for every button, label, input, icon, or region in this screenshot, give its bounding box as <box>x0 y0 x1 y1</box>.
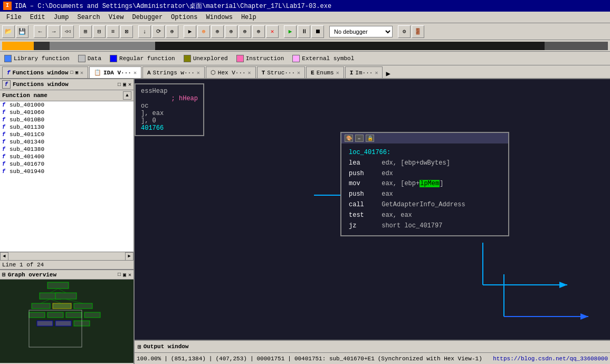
svg-marker-25 <box>559 282 567 288</box>
tab-enums-close[interactable]: ✕ <box>336 70 339 76</box>
tb-back[interactable]: ← <box>34 25 46 38</box>
tb-btn13[interactable]: ⊕ <box>252 25 265 38</box>
tb-btn5[interactable]: ↓ <box>138 25 151 38</box>
tb-btn4[interactable]: ⊠ <box>120 25 133 38</box>
tb-open[interactable]: 📂 <box>2 25 15 38</box>
func-scroll-up[interactable]: ▲ <box>123 91 131 100</box>
asm-mnem-0: lea <box>349 158 378 169</box>
menu-debugger[interactable]: Debugger <box>128 13 167 22</box>
tab-functions-ctrl1[interactable]: □ <box>70 70 73 75</box>
tab-strings[interactable]: A Strings w··· ✕ <box>142 66 205 78</box>
func-scroll-left[interactable]: ◄ <box>0 252 8 261</box>
tab-struc[interactable]: T Struc··· ✕ <box>257 66 305 78</box>
func-row-1[interactable]: f sub_401060 <box>0 109 134 116</box>
tab-struc-close[interactable]: ✕ <box>297 70 300 76</box>
tab-more[interactable]: ▶ <box>386 69 390 78</box>
tb-btn1[interactable]: ⊞ <box>79 25 92 38</box>
menu-view[interactable]: View <box>104 13 128 22</box>
tb-fwd[interactable]: → <box>47 25 60 38</box>
tb-play[interactable]: ▶ <box>284 25 297 38</box>
menu-edit[interactable]: Edit <box>26 13 50 22</box>
debugger-dropdown[interactable]: No debugger <box>329 26 393 37</box>
status-address: 00401751: sub_401670+E1 <box>294 356 375 362</box>
tb-btn6[interactable]: ⟳ <box>152 25 165 38</box>
tb-btn3[interactable]: ≡ <box>107 25 119 38</box>
func-row-9[interactable]: f sub_401940 <box>0 168 134 175</box>
tb-btn11[interactable]: ⊕ <box>225 25 237 38</box>
asm-loc-label: loc_401766: <box>349 149 390 156</box>
asm-line-2: mov eax, [ebp+lpMem] <box>349 179 501 189</box>
tb-btn10[interactable]: ⊕ <box>211 25 224 38</box>
tb-btn7[interactable]: ⊕ <box>166 25 178 38</box>
func-badge-1: f <box>2 110 7 116</box>
tab-hex[interactable]: ⬡ Hex V··· ✕ <box>206 66 256 78</box>
graph-overview-btn2[interactable]: ▣ <box>123 272 126 278</box>
tab-functions[interactable]: f Functions window □ ▣ ✕ <box>2 66 88 78</box>
tab-enums[interactable]: E Enums ✕ <box>306 66 344 78</box>
func-col-label: Function name <box>2 92 47 99</box>
func-badge-2: f <box>2 117 7 123</box>
asm-mnem-6: jz <box>349 221 378 232</box>
asm-ops-3: eax <box>382 190 393 198</box>
menu-file[interactable]: File <box>2 13 26 22</box>
tb-settings[interactable]: ⚙ <box>398 25 411 38</box>
menu-help[interactable]: Help <box>237 13 261 22</box>
graph-overview-close[interactable]: ✕ <box>128 272 131 278</box>
menu-jump[interactable]: Jump <box>50 13 73 22</box>
func-name-9: sub_401940 <box>9 168 44 175</box>
tb-stop[interactable]: ⏹ <box>311 25 324 38</box>
func-row-6[interactable]: f sub_401380 <box>0 146 134 153</box>
tab-im-close[interactable]: ✕ <box>375 70 378 76</box>
func-row-7[interactable]: f sub_401400 <box>0 153 134 160</box>
function-list[interactable]: f sub_401000 f sub_401060 f sub_4010B0 f… <box>0 101 134 252</box>
tab-ida-close[interactable]: ✕ <box>134 70 137 76</box>
func-name-3: sub_401130 <box>9 124 44 130</box>
floating-block-header: 🎨 ✏ 🔒 <box>341 133 508 143</box>
tab-functions-close[interactable]: ✕ <box>80 70 83 76</box>
func-scroll-right[interactable]: ► <box>125 252 134 261</box>
tb-btn12[interactable]: ⊕ <box>239 25 251 38</box>
tab-im[interactable]: I Im··· ✕ <box>345 66 383 78</box>
func-row-3[interactable]: f sub_401130 <box>0 123 134 131</box>
asm-line-1: push edx <box>349 169 501 179</box>
block-btn-color[interactable]: 🎨 <box>345 135 353 142</box>
tab-strings-close[interactable]: ✕ <box>197 70 200 76</box>
func-row-0[interactable]: f sub_401000 <box>0 101 134 109</box>
menu-windows[interactable]: Windows <box>202 13 237 22</box>
tb-back2[interactable]: ◁◁ <box>61 25 74 38</box>
nav-black <box>34 42 50 50</box>
tab-hex-close[interactable]: ✕ <box>248 70 251 76</box>
func-name-8: sub_401670 <box>9 161 44 167</box>
func-row-2[interactable]: f sub_4010B0 <box>0 116 134 123</box>
tab-im-icon: I <box>350 70 354 76</box>
tb-btn14[interactable]: ✕ <box>266 25 279 38</box>
func-badge-3: f <box>2 124 7 130</box>
tab-functions-ctrl2[interactable]: ▣ <box>75 70 78 75</box>
functions-close[interactable]: ✕ <box>128 81 131 88</box>
graph-overview-btn1[interactable]: □ <box>118 272 121 277</box>
functions-btn2[interactable]: ▣ <box>123 81 126 88</box>
tb-exit[interactable]: 🚪 <box>412 25 424 38</box>
tb-pause[interactable]: ⏸ <box>298 25 310 38</box>
function-name-column: Function name ▲ <box>0 90 134 101</box>
tb-save[interactable]: 💾 <box>16 25 28 38</box>
func-name-1: sub_401060 <box>9 109 44 116</box>
svg-rect-3 <box>55 293 77 299</box>
tab-ida-view[interactable]: 📋 IDA V··· ✕ <box>89 66 141 78</box>
func-row-4[interactable]: f sub_4011C0 <box>0 131 134 138</box>
status-bar: 100.00% | (851,1384) | (407,253) | 00001… <box>135 352 610 364</box>
func-h-scrollbar[interactable]: ◄ ► <box>0 252 134 260</box>
menu-search[interactable]: Search <box>73 13 104 22</box>
block-btn-lock[interactable]: 🔒 <box>366 135 374 142</box>
tb-btn9[interactable]: ⊕ <box>197 25 210 38</box>
tb-btn8[interactable]: ▶ <box>184 25 196 38</box>
legend-regular-label: Regular function <box>119 55 175 62</box>
menu-options[interactable]: Options <box>167 13 202 22</box>
func-row-5[interactable]: f sub_401340 <box>0 138 134 146</box>
title-text: IDA – C:\Documents and Settings\Administ… <box>15 2 331 11</box>
block-btn-edit[interactable]: ✏ <box>355 135 364 142</box>
func-row-8[interactable]: f sub_401670 <box>0 160 134 168</box>
func-name-7: sub_401400 <box>9 154 44 160</box>
tb-btn2[interactable]: ⊟ <box>93 25 106 38</box>
functions-btn1[interactable]: □ <box>118 82 121 88</box>
